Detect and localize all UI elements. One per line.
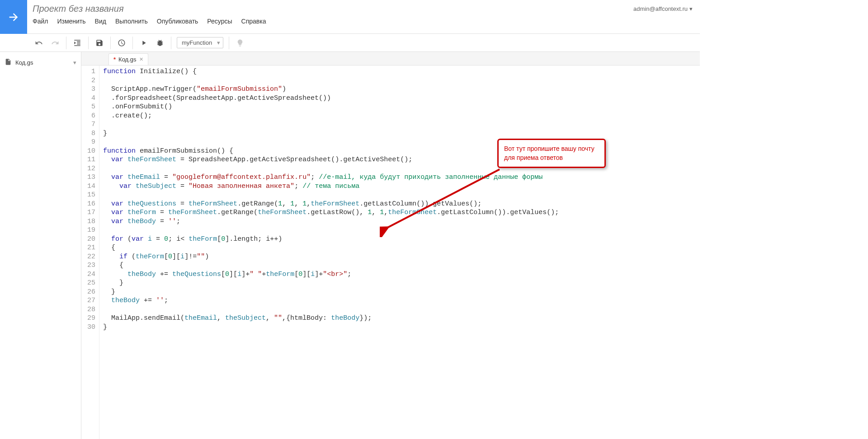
file-tab[interactable]: * Код.gs ✕ — [108, 53, 148, 65]
undo-icon — [35, 39, 43, 47]
menu-publish[interactable]: Опубликовать — [157, 18, 198, 25]
menu-run[interactable]: Выполнить — [115, 18, 148, 25]
undo-button[interactable] — [31, 35, 47, 51]
indent-button[interactable] — [69, 35, 85, 51]
play-icon — [140, 39, 147, 47]
file-item[interactable]: Код.gs ▾ — [0, 56, 81, 70]
redo-icon — [51, 39, 59, 47]
editor-area: * Код.gs ✕ 12345678910111213141516171819… — [81, 52, 700, 439]
menu-resources[interactable]: Ресурсы — [207, 18, 232, 25]
code-content[interactable]: function Initialize() { ScriptApp.newTri… — [99, 65, 700, 439]
menu-edit[interactable]: Изменить — [57, 18, 85, 25]
tab-bar: * Код.gs ✕ — [81, 52, 700, 65]
lightbulb-icon — [236, 39, 244, 47]
app-logo[interactable] — [0, 0, 27, 34]
clock-icon — [118, 39, 126, 47]
line-gutter: 1234567891011121314151617181920212223242… — [81, 65, 99, 439]
bug-icon — [156, 39, 164, 47]
function-name: myFunction — [182, 39, 212, 46]
user-email: admin@affcontext.ru — [633, 5, 688, 12]
header: Проект без названия Файл Изменить Вид Вы… — [0, 0, 700, 34]
tab-close-icon[interactable]: ✕ — [139, 56, 143, 62]
file-icon — [5, 58, 12, 67]
file-dropdown-icon[interactable]: ▾ — [73, 59, 76, 66]
save-icon — [95, 39, 104, 47]
main-area: Код.gs ▾ * Код.gs ✕ 12345678910111213141… — [0, 52, 700, 439]
debug-button[interactable] — [152, 35, 168, 51]
save-button[interactable] — [91, 35, 108, 51]
toolbar: myFunction — [0, 34, 700, 52]
modified-indicator: * — [113, 56, 116, 63]
account-dropdown-icon: ▾ — [689, 5, 693, 12]
hint-button[interactable] — [232, 35, 248, 51]
user-account[interactable]: admin@affcontext.ru ▾ — [626, 0, 700, 18]
file-sidebar: Код.gs ▾ — [0, 52, 81, 439]
menu-view[interactable]: Вид — [95, 18, 106, 25]
redo-button[interactable] — [47, 35, 63, 51]
menubar: Файл Изменить Вид Выполнить Опубликовать… — [33, 18, 621, 25]
tab-label: Код.gs — [118, 56, 136, 63]
menu-help[interactable]: Справка — [241, 18, 266, 25]
code-editor[interactable]: 1234567891011121314151617181920212223242… — [81, 65, 700, 439]
file-name: Код.gs — [15, 59, 33, 66]
indent-icon — [73, 39, 81, 47]
project-title[interactable]: Проект без названия — [33, 4, 621, 14]
triggers-button[interactable] — [113, 35, 130, 51]
function-selector[interactable]: myFunction — [177, 37, 223, 48]
run-button[interactable] — [136, 35, 152, 51]
menu-file[interactable]: Файл — [33, 18, 48, 25]
